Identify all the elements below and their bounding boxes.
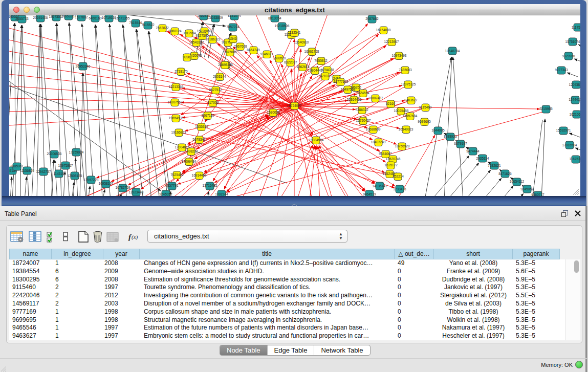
svg-text:19166823: 19166823 — [171, 130, 186, 134]
svg-text:1588520: 1588520 — [273, 56, 286, 60]
svg-text:2935114: 2935114 — [476, 157, 489, 160]
svg-text:11156829: 11156829 — [20, 169, 34, 172]
svg-text:5678342: 5678342 — [192, 138, 206, 141]
svg-text:12505135: 12505135 — [68, 174, 82, 178]
svg-text:6466160: 6466160 — [89, 16, 102, 20]
svg-text:917006: 917006 — [207, 101, 219, 104]
svg-text:2385061: 2385061 — [10, 164, 24, 168]
svg-text:1244415: 1244415 — [569, 98, 580, 101]
svg-text:9329966: 9329966 — [562, 54, 575, 58]
svg-text:16543382: 16543382 — [189, 40, 204, 44]
svg-text:16107553: 16107553 — [168, 100, 183, 104]
svg-text:7386322: 7386322 — [355, 108, 368, 112]
svg-text:9474444: 9474444 — [466, 149, 480, 153]
svg-text:2087662: 2087662 — [365, 17, 379, 20]
svg-text:8860124: 8860124 — [168, 29, 182, 33]
svg-text:1362615: 1362615 — [296, 65, 310, 69]
svg-text:1530028: 1530028 — [267, 111, 280, 114]
svg-text:16497568: 16497568 — [341, 87, 356, 91]
svg-text:10648784: 10648784 — [445, 49, 460, 53]
svg-text:9463627: 9463627 — [404, 98, 418, 102]
svg-text:252214: 252214 — [393, 174, 404, 178]
svg-text:1092344: 1092344 — [215, 192, 228, 196]
svg-text:7615522: 7615522 — [141, 23, 155, 27]
svg-text:2967608: 2967608 — [234, 45, 247, 48]
svg-text:13520746: 13520746 — [386, 157, 401, 161]
svg-text:16033809: 16033809 — [208, 16, 223, 19]
svg-text:3875685: 3875685 — [224, 50, 237, 54]
svg-text:16210721: 16210721 — [318, 74, 333, 78]
svg-text:7955812: 7955812 — [314, 59, 328, 62]
svg-text:20691406: 20691406 — [33, 16, 48, 19]
svg-text:9384067: 9384067 — [379, 152, 392, 156]
svg-text:10688609: 10688609 — [366, 127, 381, 131]
svg-text:14136141: 14136141 — [373, 184, 387, 188]
svg-text:7515546: 7515546 — [129, 21, 142, 25]
svg-text:9146821: 9146821 — [260, 52, 273, 56]
svg-text:13720407: 13720407 — [356, 119, 371, 122]
svg-text:(x): (x) — [132, 234, 138, 240]
svg-text:15751074: 15751074 — [565, 40, 580, 43]
svg-text:17359924: 17359924 — [69, 150, 84, 154]
svg-text:9794028: 9794028 — [321, 68, 334, 72]
svg-text:9115460: 9115460 — [419, 105, 432, 109]
svg-text:17957223: 17957223 — [84, 178, 99, 182]
svg-text:20206536: 20206536 — [47, 152, 62, 156]
svg-text:15692971: 15692971 — [556, 128, 571, 132]
svg-text:19384554: 19384554 — [309, 138, 324, 142]
svg-text:10025458: 10025458 — [394, 109, 409, 113]
svg-text:20364436: 20364436 — [347, 98, 362, 101]
svg-text:9227343: 9227343 — [555, 68, 568, 72]
svg-text:12213967: 12213967 — [384, 40, 399, 43]
svg-text:1546: 1546 — [229, 37, 237, 40]
svg-text:98961: 98961 — [183, 55, 192, 59]
svg-text:7485003: 7485003 — [399, 68, 412, 72]
svg-text:62160: 62160 — [386, 102, 395, 105]
svg-text:16961758: 16961758 — [304, 50, 319, 53]
svg-text:3215955: 3215955 — [539, 107, 553, 111]
svg-text:9464519: 9464519 — [363, 192, 376, 196]
svg-text:18407249: 18407249 — [371, 140, 386, 144]
svg-text:8813054: 8813054 — [268, 16, 281, 20]
svg-text:3267110: 3267110 — [202, 114, 214, 117]
svg-text:17016504: 17016504 — [562, 143, 577, 147]
svg-text:16154808: 16154808 — [376, 28, 391, 32]
svg-text:10973493: 10973493 — [392, 54, 407, 57]
svg-text:8471626: 8471626 — [498, 172, 512, 176]
svg-text:19777169: 19777169 — [334, 80, 349, 83]
svg-text:1498222: 1498222 — [185, 149, 198, 153]
svg-text:13640910: 13640910 — [294, 40, 309, 44]
svg-text:12923448: 12923448 — [129, 190, 144, 194]
svg-text:16671355: 16671355 — [115, 16, 130, 20]
svg-text:10975867: 10975867 — [58, 164, 73, 167]
svg-text:12942737: 12942737 — [36, 170, 51, 173]
svg-text:6879197: 6879197 — [454, 142, 467, 145]
svg-text:2469845: 2469845 — [218, 63, 231, 67]
svg-text:8454749: 8454749 — [247, 48, 260, 52]
svg-text:7632621: 7632621 — [488, 164, 501, 167]
svg-text:1527602: 1527602 — [75, 15, 88, 19]
svg-text:26953346: 26953346 — [76, 64, 91, 68]
svg-text:16210643: 16210643 — [570, 113, 580, 116]
svg-text:1132541: 1132541 — [288, 31, 301, 34]
svg-text:19654933: 19654933 — [169, 116, 184, 120]
svg-text:1167533: 1167533 — [570, 157, 580, 161]
svg-text:8131074: 8131074 — [228, 15, 241, 17]
svg-text:9857791: 9857791 — [165, 184, 179, 187]
svg-text:8427512: 8427512 — [209, 88, 222, 92]
svg-text:19218506: 19218506 — [275, 24, 290, 28]
svg-text:2718170: 2718170 — [175, 70, 188, 73]
svg-text:9245052: 9245052 — [159, 192, 172, 196]
svg-text:1644095: 1644095 — [431, 128, 445, 132]
svg-text:9699695: 9699695 — [418, 120, 431, 123]
svg-text:16914469: 16914469 — [192, 173, 207, 177]
svg-text:1733426: 1733426 — [393, 187, 406, 191]
svg-text:10958107: 10958107 — [99, 182, 114, 185]
svg-text:16782759: 16782759 — [116, 186, 130, 189]
svg-text:7663822: 7663822 — [156, 26, 169, 30]
svg-text:12975125: 12975125 — [401, 82, 416, 86]
svg-text:10654112: 10654112 — [510, 180, 525, 183]
svg-text:16549923: 16549923 — [399, 127, 413, 131]
svg-text:10653267: 10653267 — [61, 15, 76, 18]
svg-text:14099484: 14099484 — [182, 160, 197, 163]
